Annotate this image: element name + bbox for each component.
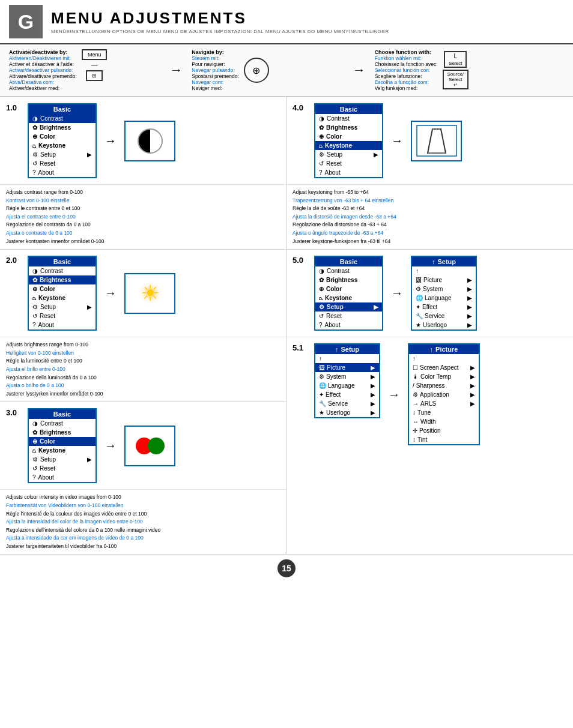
page-number: 15 [277,559,296,577]
picture-item-position[interactable]: ✛ Position [409,426,479,435]
menu-item[interactable]: ⚙ Setup ▶ [29,302,96,311]
setup-back[interactable]: ↑ [412,266,476,275]
section-4-number: 4.0 [293,103,309,112]
menu-item[interactable]: ↺ Reset [315,159,382,168]
instruction-activate: Activate/deactivate by: Aktivieren/Deakt… [9,49,160,91]
menu-item[interactable]: ? About [29,473,96,482]
setup-item-userlogo[interactable]: ★ Userlogo▶ [412,320,476,329]
menu-item[interactable]: ⏢ Keystone [315,141,382,150]
menu-1-title: Basic [29,104,96,114]
picture-item-color-temp[interactable]: 🌡 Color Temp▶ [409,372,479,381]
picture-item-tint[interactable]: ↕ Tint [409,435,479,444]
menu-item[interactable]: ◑ Contrast [29,266,96,275]
section-4-menu: Basic ◑ Contrast ✿ Brightness ⊕ Color ⏢ … [314,103,383,178]
menu-item[interactable]: ? About [315,320,382,329]
picture-item-application[interactable]: ⚙ Application▶ [409,390,479,399]
arrow-2: → [350,62,369,78]
menu-icon-box: Menu [82,49,108,60]
menu-item[interactable]: ◑ Contrast [315,266,382,275]
section-4-desc: Adjust keystoning from -63 to +64 Trapez… [286,185,573,250]
picture-item-width[interactable]: ↔ Width [409,417,479,426]
setup-item-service[interactable]: 🔧 Service▶ [412,311,476,320]
header: G MENU ADJUSTMENTS MENÜEINSTELLUNGEN OPT… [0,0,573,44]
select-icon-L: LSelect [444,51,467,68]
picture-item-sharpness[interactable]: / Sharpness▶ [409,381,479,390]
section-1-content: 1.0 Basic ◑ Contrast ✿ Brightness ⊕ Colo… [0,97,286,185]
section-3-menu: Basic ◑ Contrast ✿ Brightness ⊕ Color ⏢ … [28,408,97,483]
menu-item[interactable]: ⊕ Color [29,284,96,293]
menu-item[interactable]: ⏢ Keystone [29,293,96,302]
menu-item[interactable]: ⚙ Setup ▶ [29,455,96,464]
picture-item-tune[interactable]: ↕ Tune [409,408,479,417]
section-5-basic-menu: Basic ◑ Contrast ✿ Brightness ⊕ Color ⏢ … [314,256,383,331]
section-2-preview: ☀ [124,273,175,314]
menu-item[interactable]: ◑ Contrast [29,114,96,123]
select-icon-source: Source/Select↵ [443,70,469,89]
instruction-bar: Activate/deactivate by: Aktivieren/Deakt… [0,44,573,97]
menu-item[interactable]: ⏢ Keystone [29,446,96,455]
section-4-content: 4.0 Basic ◑ Contrast ✿ Brightness ⊕ Colo… [286,97,573,185]
menu-item[interactable]: ✿ Brightness [315,123,382,132]
menu-item[interactable]: ⊕ Color [29,132,96,141]
section-51-number: 5.1 [293,343,309,352]
menu-item[interactable]: ✿ Brightness [29,428,96,437]
menu-item[interactable]: ↺ Reset [315,311,382,320]
menu-item[interactable]: ⏢ Keystone [315,293,382,302]
menu-item[interactable]: ✿ Brightness [315,275,382,284]
setup-submenu: ↑ Setup ↑ 🖼 Picture▶ ⚙ System▶ 🌐 Languag… [411,256,477,331]
menu-icon-box2: ⊞ [86,70,103,81]
section-5-content: 5.0 Basic ◑ Contrast ✿ Brightness ⊕ Colo… [286,250,573,337]
setup-51-item-effect[interactable]: ✦ Effect▶ [315,390,379,399]
setup-51-item-system[interactable]: ⚙ System▶ [315,372,379,381]
setup-item-picture[interactable]: 🖼 Picture▶ [412,275,476,284]
menu-item[interactable]: ⚙ Setup ▶ [315,302,382,311]
main-grid: 1.0 Basic ◑ Contrast ✿ Brightness ⊕ Colo… [0,97,573,554]
menu-item[interactable]: ✿ Brightness [29,275,96,284]
menu-item[interactable]: ⚙ Setup ▶ [29,150,96,159]
menu-item[interactable]: ? About [29,168,96,177]
setup-51-item-userlogo[interactable]: ★ Userlogo▶ [315,408,379,417]
menu-item[interactable]: ◑ Contrast [29,419,96,428]
section-1-preview [124,121,175,161]
nav-icon: ⊕ [244,58,269,83]
setup-51-item-picture[interactable]: 🖼 Picture▶ [315,363,379,372]
menu-4-title: Basic [315,104,382,114]
picture-item-arls[interactable]: → ARLS▶ [409,399,479,408]
menu-item[interactable]: ⊕ Color [315,132,382,141]
setup-item-language[interactable]: 🌐 Language▶ [412,293,476,302]
menu-item[interactable]: ⚙ Setup ▶ [315,150,382,159]
section-2-menu: Basic ◑ Contrast ✿ Brightness ⊕ Color ⏢ … [28,256,97,331]
menu-3-title: Basic [29,409,96,419]
menu-item[interactable]: ↺ Reset [29,311,96,320]
menu-item[interactable]: ⊕ Color [29,437,96,446]
picture-item-screen-aspect[interactable]: ☐ Screen Aspect▶ [409,363,479,372]
section-51-arrow: → [385,388,403,402]
menu-item[interactable]: ⏢ Keystone [29,141,96,150]
menu-item[interactable]: ↺ Reset [29,159,96,168]
menu-item[interactable]: ↺ Reset [29,464,96,473]
menu-item[interactable]: ? About [29,320,96,329]
setup-51-back[interactable]: ↑ [315,354,379,363]
menu-item[interactable]: ⊕ Color [315,284,382,293]
menu-5-title: Basic [315,257,382,266]
setup-51-item-language[interactable]: 🌐 Language▶ [315,381,379,390]
section-1-menu: Basic ◑ Contrast ✿ Brightness ⊕ Color ⏢ … [28,103,97,178]
setup-51-item-service[interactable]: 🔧 Service▶ [315,399,379,408]
svg-rect-0 [417,125,456,156]
setup-submenu-51: ↑ Setup ↑ 🖼 Picture▶ ⚙ System▶ 🌐 Languag… [314,343,380,418]
picture-back[interactable]: ↑ [409,354,479,363]
section-2-arrow: → [102,286,120,300]
menu-item[interactable]: ◑ Contrast [315,114,382,123]
section-2-desc: Adjusts brightness range from 0-100 Hell… [0,337,286,402]
footer: 15 [0,554,573,582]
instruction-navigate: Navigate by: Steuern mit: Pour naviguer:… [192,49,343,91]
menu-item[interactable]: ? About [315,168,382,177]
setup-item-effect[interactable]: ✦ Effect▶ [412,302,476,311]
menu-item[interactable]: ✿ Brightness [29,123,96,132]
section-51-content: 5.1 ↑ Setup ↑ 🖼 Picture▶ ⚙ System▶ 🌐 Lan… [286,337,573,451]
header-letter: G [9,5,43,38]
section-4-preview [411,121,462,161]
page-title: MENU ADJUSTMENTS [51,9,389,28]
setup-item-system[interactable]: ⚙ System▶ [412,284,476,293]
col-left: 1.0 Basic ◑ Contrast ✿ Brightness ⊕ Colo… [0,97,286,554]
